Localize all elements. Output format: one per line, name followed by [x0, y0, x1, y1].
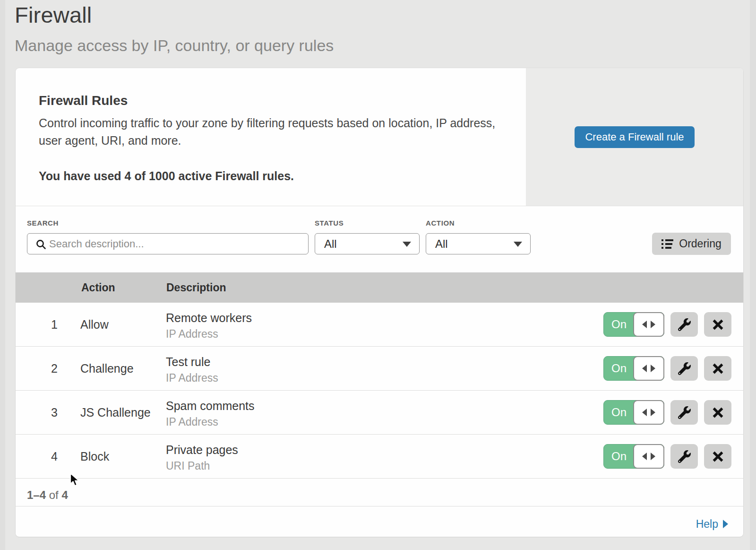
status-select[interactable]: All	[315, 233, 420, 254]
create-rule-panel: Create a Firewall rule	[526, 68, 743, 206]
chevron-down-icon	[514, 242, 522, 247]
rule-priority: 1	[44, 303, 65, 346]
chevron-down-icon	[403, 242, 411, 247]
x-icon	[712, 319, 724, 331]
rule-description-title: Private pages	[166, 443, 238, 457]
drag-arrows-icon[interactable]	[633, 400, 664, 425]
search-icon	[35, 239, 47, 250]
search-box	[27, 233, 309, 254]
column-header-description: Description	[166, 272, 226, 303]
x-icon	[712, 451, 724, 463]
page-subtitle: Manage access by IP, country, or query r…	[15, 36, 334, 55]
rule-enabled-toggle[interactable]: On	[603, 400, 664, 425]
rule-action: JS Challenge	[80, 391, 151, 434]
rule-description: Private pages URI Path	[166, 443, 238, 472]
drag-arrows-icon[interactable]	[633, 444, 664, 469]
wrench-icon	[678, 318, 691, 331]
edit-rule-button[interactable]	[670, 444, 698, 469]
rule-row: 1 Allow Remote workers IP Address On	[16, 303, 743, 347]
table-header: Action Description	[16, 272, 743, 303]
rule-description: Spam comments IP Address	[166, 399, 255, 428]
delete-rule-button[interactable]	[704, 356, 731, 381]
rule-enabled-toggle[interactable]: On	[603, 356, 664, 381]
rule-row: 3 JS Challenge Spam comments IP Address …	[16, 391, 743, 435]
toggle-on-label: On	[604, 401, 634, 424]
rule-match-type: IP Address	[166, 416, 255, 428]
ordering-button-label: Ordering	[679, 237, 721, 250]
rule-enabled-toggle[interactable]: On	[603, 312, 664, 337]
drag-arrows-icon[interactable]	[633, 356, 664, 381]
edit-rule-button[interactable]	[670, 400, 698, 425]
page-right-edge	[750, 0, 756, 550]
chevron-right-icon	[723, 520, 728, 528]
toggle-on-label: On	[604, 445, 634, 468]
rule-priority: 2	[44, 347, 65, 390]
wrench-icon	[678, 362, 691, 375]
rule-match-type: URI Path	[166, 460, 238, 472]
filter-bar: SEARCH STATUS All ACTION All	[16, 206, 743, 272]
card-footer: Help	[16, 506, 743, 536]
search-input[interactable]	[49, 234, 304, 254]
ordering-button[interactable]: Ordering	[652, 233, 731, 255]
drag-arrows-icon[interactable]	[633, 312, 664, 337]
rule-row: 4 Block Private pages URI Path On	[16, 435, 743, 479]
rule-description-title: Test rule	[166, 355, 218, 369]
wrench-icon	[678, 406, 691, 419]
rule-action: Allow	[80, 303, 109, 346]
action-select[interactable]: All	[426, 233, 531, 254]
delete-rule-button[interactable]	[704, 312, 731, 337]
rule-priority: 3	[44, 391, 65, 434]
status-label: STATUS	[315, 219, 344, 227]
rules-description: Control incoming traffic to your zone by…	[39, 114, 507, 149]
action-label: ACTION	[426, 219, 455, 227]
pagination-total: 4	[61, 489, 68, 501]
toggle-on-label: On	[604, 357, 634, 380]
page-left-edge	[0, 0, 5, 550]
edit-rule-button[interactable]	[670, 312, 698, 337]
x-icon	[712, 407, 724, 419]
rule-enabled-toggle[interactable]: On	[603, 444, 664, 469]
ordered-list-icon	[662, 239, 673, 249]
rule-match-type: IP Address	[166, 328, 252, 340]
pagination-of: of	[49, 489, 59, 501]
rules-table-body: 1 Allow Remote workers IP Address On 2 C…	[16, 303, 743, 479]
delete-rule-button[interactable]	[704, 444, 731, 469]
pagination-row: 1–4 of 4	[16, 479, 743, 506]
x-icon	[712, 363, 724, 375]
edit-rule-button[interactable]	[670, 356, 698, 381]
status-select-value: All	[324, 237, 337, 250]
help-link-label: Help	[696, 510, 718, 537]
toggle-on-label: On	[604, 313, 634, 336]
pagination-range: 1–4	[27, 489, 46, 501]
rule-description: Remote workers IP Address	[166, 311, 252, 340]
wrench-icon	[678, 450, 691, 463]
rule-row: 2 Challenge Test rule IP Address On	[16, 347, 743, 391]
column-header-action: Action	[81, 272, 115, 303]
firewall-rules-card: Firewall Rules Control incoming traffic …	[16, 68, 743, 537]
rule-action: Challenge	[80, 347, 134, 390]
page-title: Firewall	[15, 2, 92, 28]
action-select-value: All	[435, 237, 448, 250]
rule-description-title: Remote workers	[166, 311, 252, 325]
rule-action: Block	[80, 435, 109, 478]
pagination-text: 1–4 of 4	[27, 481, 68, 509]
rule-description: Test rule IP Address	[166, 355, 218, 384]
help-link[interactable]: Help	[696, 510, 728, 537]
rule-description-title: Spam comments	[166, 399, 255, 413]
rule-match-type: IP Address	[166, 372, 218, 384]
rule-priority: 4	[44, 435, 65, 478]
create-firewall-rule-button[interactable]: Create a Firewall rule	[575, 126, 695, 148]
overview-section: Firewall Rules Control incoming traffic …	[16, 68, 743, 206]
delete-rule-button[interactable]	[704, 400, 731, 425]
search-label: SEARCH	[27, 219, 59, 227]
